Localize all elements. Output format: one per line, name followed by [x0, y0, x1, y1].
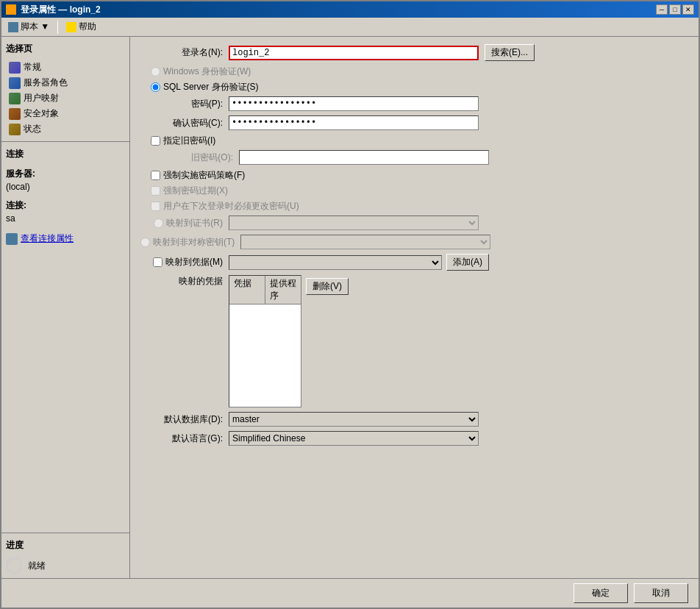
login-name-row: 登录名(N): 搜索(E)... [140, 44, 688, 61]
minimize-button[interactable]: ─ [656, 4, 668, 15]
login-name-input[interactable] [229, 46, 479, 60]
confirm-password-input[interactable] [229, 115, 479, 130]
people-icon [9, 77, 21, 89]
server-label: 服务器: [6, 166, 125, 182]
help-icon [66, 22, 76, 32]
window-title: 登录属性 — login_2 [21, 4, 101, 16]
default-db-select[interactable]: master [229, 412, 479, 427]
map-key-radio[interactable] [140, 238, 150, 247]
enforce-policy-checkbox[interactable] [151, 171, 160, 180]
mapped-cred-label: 映射的凭据 [140, 275, 229, 288]
sidebar-item-status[interactable]: 状态 [6, 121, 125, 137]
progress-spinner [6, 558, 22, 574]
map-cert-label: 映射到证书(R) [140, 217, 229, 229]
cancel-button[interactable]: 取消 [634, 583, 688, 603]
gear-icon [9, 62, 21, 74]
map-key-select[interactable] [240, 235, 490, 249]
default-lang-label: 默认语言(G): [140, 432, 229, 445]
default-db-label: 默认数据库(D): [140, 413, 229, 426]
map-cert-radio[interactable] [154, 218, 163, 228]
delete-credential-button[interactable]: 删除(V) [306, 278, 349, 295]
script-icon [8, 22, 18, 32]
bottom-buttons: 确定 取消 [1, 578, 699, 608]
windows-auth-label: Windows 身份验证(W) [163, 65, 251, 78]
map-key-label: 映射到非对称密钥(T) [140, 236, 240, 249]
password-row: 密码(P): [140, 96, 688, 111]
old-password-row: 旧密码(O): [151, 150, 688, 165]
content-area: 选择页 常规 服务器角色 用户映射 安全对象 [1, 37, 699, 578]
confirm-password-label: 确认密码(C): [140, 117, 229, 129]
must-change-checkbox[interactable] [151, 202, 160, 211]
sql-auth-label: SQL Server 身份验证(S) [163, 81, 259, 93]
search-button[interactable]: 搜索(E)... [485, 44, 535, 61]
window-icon [6, 4, 16, 15]
map-cert-row: 映射到证书(R) [140, 216, 688, 230]
main-window: 登录属性 — login_2 ─ □ ✕ 脚本 ▼ 帮助 选择页 [0, 0, 700, 609]
connection-link-icon [6, 233, 18, 245]
toolbar: 脚本 ▼ 帮助 [1, 18, 699, 37]
provider-col-header: 提供程序 [265, 276, 301, 304]
confirm-password-row: 确认密码(C): [140, 115, 688, 130]
mapped-cred-section: 映射的凭据 凭据 提供程序 删除(V) [140, 275, 688, 407]
map-cred-row: 映射到凭据(M) 添加(A) [140, 254, 688, 271]
map-cred-checkbox[interactable] [153, 257, 162, 267]
status-icon [9, 124, 21, 135]
enforce-expiry-label: 强制密码过期(X) [163, 185, 228, 197]
must-change-row: 用户在下次登录时必须更改密码(U) [151, 200, 688, 213]
enforce-expiry-checkbox[interactable] [151, 186, 160, 196]
main-panel: 登录名(N): 搜索(E)... Windows 身份验证(W) SQL Ser… [130, 37, 699, 578]
connection-value: sa [6, 213, 125, 227]
sql-auth-radio[interactable] [151, 82, 160, 92]
sidebar: 选择页 常规 服务器角色 用户映射 安全对象 [1, 37, 130, 578]
map-key-row: 映射到非对称密钥(T) [140, 235, 688, 249]
sidebar-item-user-mapping[interactable]: 用户映射 [6, 90, 125, 106]
sidebar-item-general[interactable]: 常规 [6, 60, 125, 75]
sidebar-item-label: 用户映射 [24, 92, 59, 104]
default-db-row: 默认数据库(D): master [140, 412, 688, 427]
enforce-policy-row: 强制实施密码策略(F) [151, 169, 688, 182]
password-label: 密码(P): [140, 98, 229, 110]
view-connection-link[interactable]: 查看连接属性 [6, 232, 125, 245]
sql-auth-row: SQL Server 身份验证(S) [151, 81, 688, 93]
title-bar: 登录属性 — login_2 ─ □ ✕ [1, 1, 699, 18]
sidebar-item-server-roles[interactable]: 服务器角色 [6, 75, 125, 90]
sidebar-select-section: 选择页 常规 服务器角色 用户映射 安全对象 [1, 37, 129, 142]
shield-icon [9, 108, 21, 120]
specify-old-pwd-label: 指定旧密码(I) [163, 135, 215, 147]
progress-section-title: 进度 [6, 538, 125, 553]
view-connection-label[interactable]: 查看连接属性 [21, 232, 74, 245]
credential-table: 凭据 提供程序 [229, 275, 301, 407]
map-icon [9, 93, 21, 104]
credential-table-header: 凭据 提供程序 [229, 276, 301, 304]
map-cert-select[interactable] [229, 216, 479, 230]
default-lang-row: 默认语言(G): Simplified Chinese [140, 431, 688, 446]
password-input[interactable] [229, 96, 479, 111]
specify-old-pwd-row: 指定旧密码(I) [151, 135, 688, 147]
connection-label: 连接: [6, 198, 125, 213]
sidebar-item-label: 常规 [24, 61, 41, 74]
default-lang-select[interactable]: Simplified Chinese [229, 431, 479, 446]
help-button[interactable]: 帮助 [64, 20, 99, 34]
close-button[interactable]: ✕ [682, 4, 694, 15]
old-password-input[interactable] [239, 150, 489, 165]
sidebar-item-label: 状态 [24, 123, 41, 135]
map-cred-label: 映射到凭据(M) [140, 256, 229, 268]
sidebar-section-title: 选择页 [6, 41, 125, 57]
help-label: 帮助 [79, 21, 96, 33]
progress-status: 就绪 [28, 560, 46, 572]
enforce-expiry-row: 强制密码过期(X) [151, 185, 688, 197]
login-name-label: 登录名(N): [140, 46, 229, 59]
cred-col-header: 凭据 [229, 276, 265, 304]
toolbar-separator [57, 21, 58, 34]
maximize-button[interactable]: □ [669, 4, 681, 15]
sidebar-item-securables[interactable]: 安全对象 [6, 106, 125, 121]
add-credential-button[interactable]: 添加(A) [446, 254, 489, 271]
windows-auth-row: Windows 身份验证(W) [151, 65, 688, 78]
windows-auth-radio[interactable] [151, 67, 160, 76]
script-button[interactable]: 脚本 ▼ [6, 20, 51, 34]
specify-old-pwd-checkbox[interactable] [151, 136, 160, 146]
must-change-label: 用户在下次登录时必须更改密码(U) [163, 200, 299, 213]
connection-section-title: 连接 [6, 146, 125, 162]
ok-button[interactable]: 确定 [574, 583, 628, 603]
map-cred-select[interactable] [229, 255, 442, 270]
